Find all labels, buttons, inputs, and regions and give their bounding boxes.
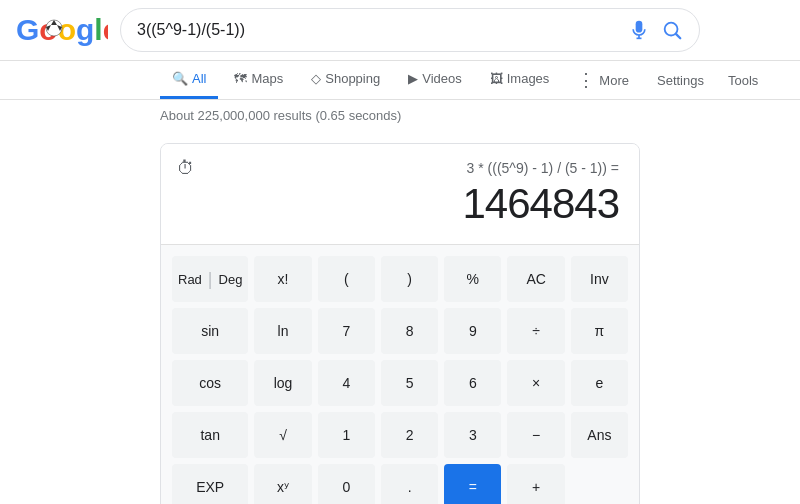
nine-button[interactable]: 9 xyxy=(444,308,501,354)
search-bar[interactable] xyxy=(120,8,700,52)
six-button[interactable]: 6 xyxy=(444,360,501,406)
tools-button[interactable]: Tools xyxy=(716,63,770,98)
ans-button[interactable]: Ans xyxy=(571,412,628,458)
calc-result: 1464843 xyxy=(181,180,619,228)
settings-label: Settings xyxy=(657,73,704,88)
tab-shopping[interactable]: ◇ Shopping xyxy=(299,61,392,99)
results-count: About 225,000,000 results (0.65 seconds) xyxy=(160,108,401,123)
svg-line-8 xyxy=(676,34,680,38)
calc-expression: 3 * (((5^9) - 1) / (5 - 1)) = xyxy=(181,160,619,176)
two-button[interactable]: 2 xyxy=(381,412,438,458)
more-menu[interactable]: ⋮ More xyxy=(565,61,641,99)
all-tab-label: All xyxy=(192,71,206,86)
images-tab-icon: 🖼 xyxy=(490,71,503,86)
images-tab-label: Images xyxy=(507,71,550,86)
search-icons xyxy=(629,19,683,41)
one-button[interactable]: 1 xyxy=(318,412,375,458)
calc-buttons: Rad | Deg x! ( ) % AC Inv sin ln 7 8 9 ÷… xyxy=(161,245,639,504)
zero-button[interactable]: 0 xyxy=(318,464,375,504)
sin-button[interactable]: sin xyxy=(172,308,248,354)
eight-button[interactable]: 8 xyxy=(381,308,438,354)
rad-button[interactable]: Rad xyxy=(172,256,208,302)
percent-button[interactable]: % xyxy=(444,256,501,302)
inv-button[interactable]: Inv xyxy=(571,256,628,302)
tab-all[interactable]: 🔍 All xyxy=(160,61,218,99)
tab-images[interactable]: 🖼 Images xyxy=(478,61,562,99)
seven-button[interactable]: 7 xyxy=(318,308,375,354)
history-icon[interactable]: ⏱ xyxy=(177,158,195,179)
shopping-tab-label: Shopping xyxy=(325,71,380,86)
nav-settings-area: Settings Tools xyxy=(645,63,770,98)
tools-label: Tools xyxy=(728,73,758,88)
ac-button[interactable]: AC xyxy=(507,256,564,302)
videos-tab-icon: ▶ xyxy=(408,71,418,86)
deg-button[interactable]: Deg xyxy=(213,256,249,302)
tab-videos[interactable]: ▶ Videos xyxy=(396,61,474,99)
ln-button[interactable]: ln xyxy=(254,308,311,354)
rad-deg-toggle[interactable]: Rad | Deg xyxy=(172,256,248,302)
five-button[interactable]: 5 xyxy=(381,360,438,406)
four-button[interactable]: 4 xyxy=(318,360,375,406)
tan-button[interactable]: tan xyxy=(172,412,248,458)
google-logo[interactable]: Google xyxy=(16,12,108,48)
log-button[interactable]: log xyxy=(254,360,311,406)
factorial-button[interactable]: x! xyxy=(254,256,311,302)
power-button[interactable]: xʸ xyxy=(254,464,311,504)
results-info: About 225,000,000 results (0.65 seconds) xyxy=(0,100,800,131)
cos-button[interactable]: cos xyxy=(172,360,248,406)
search-input[interactable] xyxy=(137,21,629,39)
exp-button[interactable]: EXP xyxy=(172,464,248,504)
mic-icon[interactable] xyxy=(629,20,649,40)
decimal-button[interactable]: . xyxy=(381,464,438,504)
tab-maps[interactable]: 🗺 Maps xyxy=(222,61,295,99)
pi-button[interactable]: π xyxy=(571,308,628,354)
videos-tab-label: Videos xyxy=(422,71,462,86)
calc-display: ⏱ 3 * (((5^9) - 1) / (5 - 1)) = 1464843 xyxy=(161,144,639,245)
open-paren-button[interactable]: ( xyxy=(318,256,375,302)
all-tab-icon: 🔍 xyxy=(172,71,188,86)
euler-button[interactable]: e xyxy=(571,360,628,406)
sqrt-button[interactable]: √ xyxy=(254,412,311,458)
maps-tab-icon: 🗺 xyxy=(234,71,247,86)
more-dots-icon: ⋮ xyxy=(577,71,595,89)
settings-button[interactable]: Settings xyxy=(645,63,716,98)
plus-button[interactable]: + xyxy=(507,464,564,504)
close-paren-button[interactable]: ) xyxy=(381,256,438,302)
maps-tab-label: Maps xyxy=(251,71,283,86)
header: Google xyxy=(0,0,800,61)
calculator: ⏱ 3 * (((5^9) - 1) / (5 - 1)) = 1464843 … xyxy=(160,143,640,504)
divide-button[interactable]: ÷ xyxy=(507,308,564,354)
nav-tabs: 🔍 All 🗺 Maps ◇ Shopping ▶ Videos 🖼 Image… xyxy=(0,61,800,100)
shopping-tab-icon: ◇ xyxy=(311,71,321,86)
multiply-button[interactable]: × xyxy=(507,360,564,406)
three-button[interactable]: 3 xyxy=(444,412,501,458)
equals-button[interactable]: = xyxy=(444,464,501,504)
search-submit-icon[interactable] xyxy=(661,19,683,41)
more-label: More xyxy=(599,73,629,88)
minus-button[interactable]: − xyxy=(507,412,564,458)
